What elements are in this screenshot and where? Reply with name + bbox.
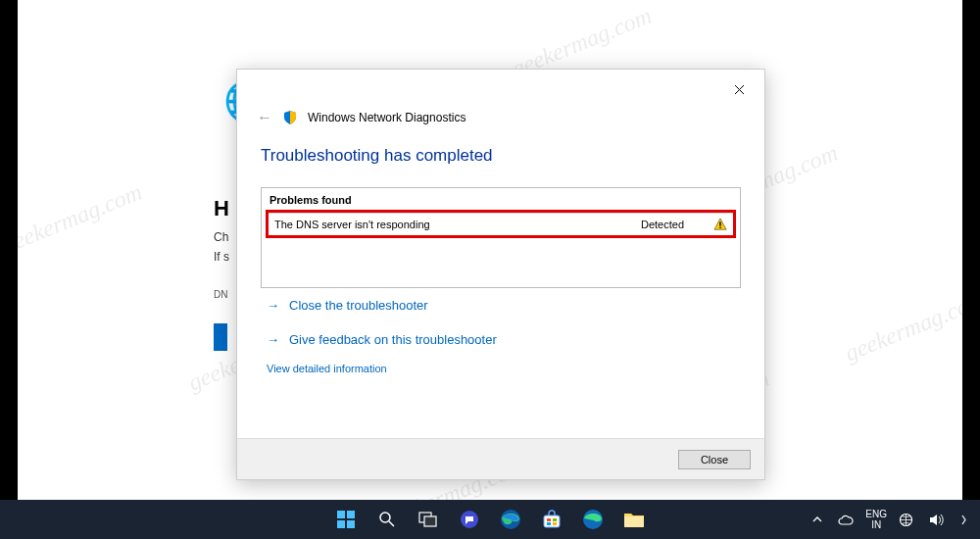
edge-browser-button[interactable]: [492, 501, 529, 538]
bg-line1-fragment: Ch: [214, 230, 228, 244]
problems-found-label: Problems found: [262, 188, 740, 210]
bg-heading-fragment: H: [214, 196, 229, 221]
store-button[interactable]: [533, 501, 570, 538]
close-button[interactable]: Close: [678, 450, 751, 469]
warning-icon: [713, 218, 727, 231]
tray-more-icon[interactable]: [956, 511, 970, 529]
close-troubleshooter-label: Close the troubleshooter: [289, 298, 428, 313]
taskbar: ENG IN: [0, 500, 980, 539]
problem-row[interactable]: The DNS server isn't responding Detected: [269, 213, 733, 235]
svg-rect-16: [553, 522, 557, 525]
dialog-breadcrumb: ← Windows Network Diagnostics: [237, 109, 764, 134]
svg-rect-3: [347, 511, 355, 518]
file-explorer-button[interactable]: [615, 501, 653, 538]
bg-blue-button-fragment[interactable]: [214, 323, 227, 351]
arrow-right-icon: →: [267, 332, 279, 347]
language-indicator[interactable]: ENG IN: [865, 509, 887, 530]
back-arrow-icon[interactable]: ←: [257, 109, 272, 126]
troubleshooter-dialog: ← Windows Network Diagnostics Troublesho…: [236, 69, 765, 480]
svg-line-7: [389, 521, 394, 526]
desktop-background: 🌐 H Ch If s DN geekermag.com geekermag.c…: [18, 0, 962, 500]
lang-line1: ENG: [865, 509, 887, 519]
troubleshoot-heading: Troubleshooting has completed: [261, 146, 741, 166]
volume-tray-icon[interactable]: [925, 510, 948, 530]
give-feedback-link[interactable]: → Give feedback on this troubleshooter: [261, 322, 741, 357]
task-view-icon: [418, 512, 438, 527]
watermark-text: geekermag.com: [0, 179, 146, 260]
windows-icon: [336, 510, 356, 529]
tray-chevron[interactable]: [808, 512, 826, 527]
store-icon: [542, 510, 562, 529]
give-feedback-label: Give feedback on this troubleshooter: [289, 332, 497, 347]
search-button[interactable]: [368, 501, 406, 538]
dialog-title: Windows Network Diagnostics: [308, 111, 466, 124]
svg-rect-13: [547, 518, 551, 521]
search-icon: [378, 511, 396, 528]
edge-icon: [500, 509, 521, 530]
svg-rect-14: [553, 518, 557, 521]
edge-icon: [582, 509, 604, 530]
lang-line2: IN: [865, 519, 887, 530]
task-view-button[interactable]: [410, 501, 447, 538]
svg-rect-1: [719, 227, 720, 228]
taskbar-center: [327, 500, 653, 539]
network-tray-icon[interactable]: [895, 509, 917, 531]
svg-rect-0: [719, 221, 720, 225]
bg-line2-fragment: If s: [214, 250, 229, 264]
edge-alt-button[interactable]: [574, 501, 612, 538]
close-icon: [734, 84, 745, 95]
watermark-text: geekermag.com: [841, 287, 980, 368]
cloud-icon: [838, 514, 854, 525]
problems-found-box: Problems found The DNS server isn't resp…: [261, 187, 741, 288]
chevron-right-icon: [959, 514, 966, 525]
problem-text: The DNS server isn't responding: [274, 219, 641, 230]
dialog-footer: Close: [237, 438, 764, 479]
svg-rect-9: [424, 516, 436, 526]
onedrive-tray-icon[interactable]: [834, 511, 858, 529]
problem-highlight: The DNS server isn't responding Detected: [266, 210, 736, 238]
view-detailed-info-link[interactable]: View detailed information: [261, 357, 741, 374]
diagnostics-shield-icon: [282, 110, 298, 125]
svg-point-6: [380, 513, 390, 522]
svg-rect-15: [547, 522, 551, 525]
start-button[interactable]: [327, 501, 365, 538]
arrow-right-icon: →: [267, 298, 279, 313]
window-close-button[interactable]: [719, 74, 759, 105]
taskbar-tray: ENG IN: [808, 500, 970, 539]
dialog-titlebar: [237, 70, 764, 109]
svg-rect-4: [337, 520, 345, 528]
globe-no-internet-icon: [899, 513, 913, 527]
chevron-up-icon: [812, 515, 822, 523]
folder-icon: [623, 511, 645, 528]
chat-app-button[interactable]: [451, 501, 488, 538]
svg-rect-12: [544, 515, 560, 527]
dialog-body: Troubleshooting has completed Problems f…: [237, 134, 764, 374]
svg-rect-2: [337, 511, 345, 518]
close-troubleshooter-link[interactable]: → Close the troubleshooter: [261, 288, 741, 322]
chat-icon: [460, 510, 479, 529]
svg-rect-5: [347, 520, 355, 528]
problem-status: Detected: [641, 219, 684, 230]
bg-dns-fragment: DN: [214, 289, 227, 300]
speaker-icon: [929, 514, 944, 526]
